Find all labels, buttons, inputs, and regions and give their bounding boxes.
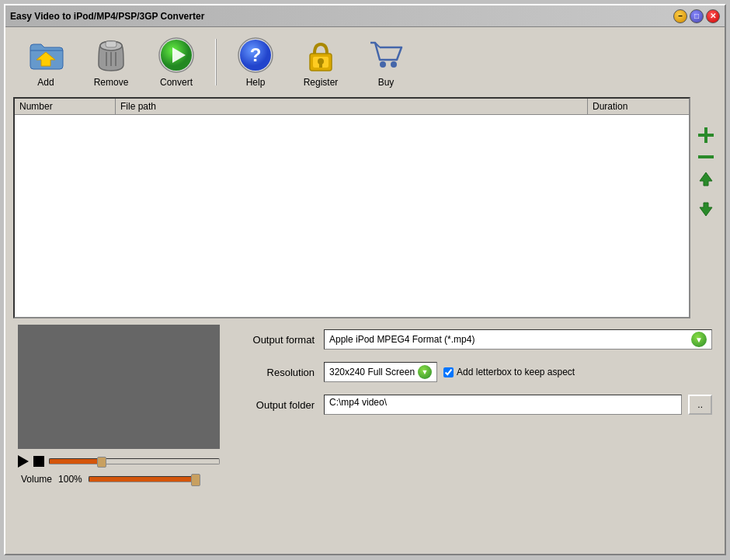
settings-panel: Output format Apple iPod MPEG4 Format (*… xyxy=(229,325,712,485)
output-format-arrow[interactable]: ▼ xyxy=(691,332,707,347)
add-button[interactable]: Add xyxy=(13,33,78,91)
letterbox-label: Add letterbox to keep aspect xyxy=(457,367,575,377)
main-window: Easy Video to iPod/MP4/PSP/3GP Converter… xyxy=(4,4,726,555)
col-duration-header: Duration xyxy=(588,99,689,114)
svg-rect-21 xyxy=(698,155,714,158)
remove-label: Remove xyxy=(94,77,129,88)
resolution-dropdown[interactable]: 320x240 Full Screen ▼ xyxy=(324,362,437,382)
svg-rect-3 xyxy=(106,41,116,47)
output-format-dropdown[interactable]: Apple iPod MPEG4 Format (*.mp4) ▼ xyxy=(324,329,712,350)
register-label: Register xyxy=(304,77,339,88)
side-buttons xyxy=(695,97,717,318)
volume-label: Volume xyxy=(21,474,52,485)
output-format-control: Apple iPod MPEG4 Format (*.mp4) ▼ xyxy=(324,329,712,350)
svg-rect-16 xyxy=(319,63,322,68)
resolution-control: 320x240 Full Screen ▼ Add letterbox to k… xyxy=(324,362,712,382)
svg-marker-22 xyxy=(700,172,712,186)
list-remove-button[interactable] xyxy=(695,155,717,158)
volume-value: 100% xyxy=(58,474,82,485)
buy-label: Buy xyxy=(378,77,395,88)
help-label: Help xyxy=(246,77,266,88)
col-number-header: Number xyxy=(15,99,116,114)
letterbox-checkbox[interactable] xyxy=(443,367,454,377)
resolution-label: Resolution xyxy=(229,367,315,378)
help-icon: ? xyxy=(237,37,274,74)
remove-icon xyxy=(92,37,130,74)
output-format-row: Output format Apple iPod MPEG4 Format (*… xyxy=(229,329,712,350)
volume-slider[interactable] xyxy=(89,476,197,482)
content-area: Number File path Duration xyxy=(5,97,725,554)
remove-button[interactable]: Remove xyxy=(78,33,144,91)
bottom-area: Volume 100% Output format Apple iPod MPE… xyxy=(13,325,717,485)
close-button[interactable]: ✕ xyxy=(706,9,720,23)
output-format-value: Apple iPod MPEG4 Format (*.mp4) xyxy=(329,334,474,345)
output-folder-input[interactable]: C:\mp4 video\ xyxy=(324,395,682,415)
add-icon xyxy=(27,37,64,74)
resolution-arrow[interactable]: ▼ xyxy=(418,365,432,379)
col-filepath-header: File path xyxy=(116,99,588,114)
file-list-container: Number File path Duration xyxy=(13,97,717,318)
svg-marker-23 xyxy=(700,203,712,216)
file-list-body[interactable] xyxy=(15,115,689,317)
seek-bar[interactable] xyxy=(49,458,220,464)
toolbar-separator xyxy=(215,39,217,85)
up-arrow-icon xyxy=(697,170,714,187)
output-folder-value: C:\mp4 video\ xyxy=(329,397,387,408)
window-title: Easy Video to iPod/MP4/PSP/3GP Converter xyxy=(10,11,204,22)
browse-button[interactable]: .. xyxy=(688,395,712,415)
list-up-button[interactable] xyxy=(695,168,717,190)
maximize-button[interactable]: □ xyxy=(690,9,704,23)
preview-panel: Volume 100% xyxy=(18,325,220,485)
svg-text:?: ? xyxy=(250,44,262,65)
volume-thumb[interactable] xyxy=(191,474,200,486)
seek-thumb[interactable] xyxy=(97,457,106,468)
file-list-wrapper: Number File path Duration xyxy=(13,97,690,318)
svg-rect-20 xyxy=(698,134,714,137)
convert-button[interactable]: Convert xyxy=(144,33,209,91)
resolution-value: 320x240 Full Screen xyxy=(329,367,415,377)
output-folder-label: Output folder xyxy=(229,399,315,411)
play-button[interactable] xyxy=(18,455,29,468)
register-icon xyxy=(302,37,339,74)
add-label: Add xyxy=(37,77,54,88)
title-bar-buttons: – □ ✕ xyxy=(673,9,720,23)
convert-label: Convert xyxy=(160,77,193,88)
convert-icon xyxy=(158,37,195,74)
title-bar: Easy Video to iPod/MP4/PSP/3GP Converter… xyxy=(5,5,725,27)
buy-button[interactable]: Buy xyxy=(353,33,419,91)
svg-point-17 xyxy=(380,61,386,68)
resolution-row: Resolution 320x240 Full Screen ▼ Add let… xyxy=(229,362,712,382)
list-add-button[interactable] xyxy=(695,124,717,146)
output-folder-row: Output folder C:\mp4 video\ .. xyxy=(229,395,712,415)
down-arrow-icon xyxy=(697,201,714,218)
output-folder-control: C:\mp4 video\ .. xyxy=(324,395,712,415)
toolbar: Add Remove xyxy=(5,27,725,97)
stop-button[interactable] xyxy=(33,456,44,467)
minimize-button[interactable]: – xyxy=(673,9,687,23)
buy-icon xyxy=(367,37,405,74)
output-format-label: Output format xyxy=(229,334,315,346)
list-down-button[interactable] xyxy=(695,199,717,221)
help-button[interactable]: ? Help xyxy=(223,33,288,91)
preview-box xyxy=(18,325,220,449)
svg-point-18 xyxy=(391,61,397,68)
file-list-header: Number File path Duration xyxy=(15,99,689,115)
register-button[interactable]: Register xyxy=(288,33,353,91)
volume-row: Volume 100% xyxy=(18,474,220,485)
letterbox-checkbox-label[interactable]: Add letterbox to keep aspect xyxy=(443,367,575,377)
player-controls xyxy=(18,454,220,469)
